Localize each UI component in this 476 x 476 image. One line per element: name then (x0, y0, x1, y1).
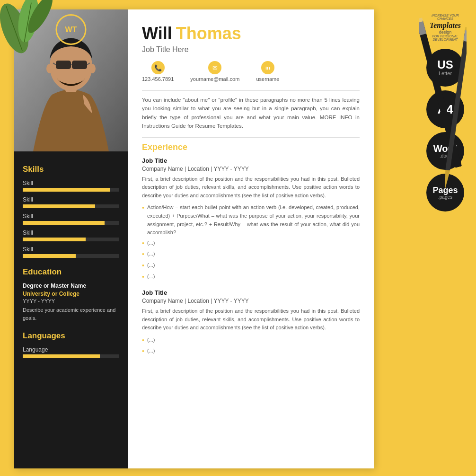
experience-title: Experience (142, 142, 360, 152)
languages-section: Languages Language (23, 331, 119, 358)
skill-label-5: Skill (23, 246, 119, 253)
initials-text: WT (65, 26, 77, 34)
sidebar-content: Skills Skill Skill Skill Skill (14, 151, 128, 372)
education-section: Education Degree or Master Name Universi… (23, 267, 119, 322)
job-desc-2: First, a brief description of the positi… (142, 307, 360, 332)
job-block-2: Job Title Company Name | Location | YYYY… (142, 289, 360, 356)
job-title: Job Title Here (142, 45, 360, 54)
contact-row: 📞 123.456.7891 ✉ yourname@mail.com in us… (142, 61, 360, 82)
name-line: Will Thomas (142, 24, 360, 44)
svg-rect-9 (56, 61, 71, 69)
leaves-decoration (0, 0, 57, 57)
first-name: Will (142, 24, 172, 44)
page-wrapper: WT Skills Skill Skill S (0, 0, 476, 476)
about-text: You can include "about me" or "profile" … (142, 96, 360, 131)
skills-section: Skills Skill Skill Skill Skill (23, 165, 119, 258)
bullet-dot: • (142, 273, 144, 282)
bullet-dot: • (142, 203, 144, 237)
edu-desc: Describe your academic experience and go… (23, 306, 119, 322)
skill-item-3: Skill (23, 213, 119, 225)
skill-label-4: Skill (23, 229, 119, 236)
edu-years: YYYY - YYYY (23, 298, 119, 304)
svg-marker-21 (443, 170, 450, 189)
svg-point-14 (46, 64, 53, 73)
skill-label-1: Skill (23, 180, 119, 186)
divider-1 (142, 90, 360, 91)
bullet-text-6: (...) (147, 347, 155, 356)
bullet-2-2: • (...) (142, 347, 360, 356)
header-area: Will Thomas Job Title Here (142, 24, 360, 54)
phone-icon: 📞 (151, 61, 165, 74)
bullet-dot: • (142, 336, 144, 345)
phone-text: 123.456.7891 (142, 76, 174, 82)
main-content: Will Thomas Job Title Here 📞 123.456.789… (128, 9, 374, 468)
experience-section: Experience Job Title Company Name | Loca… (142, 142, 360, 357)
bullet-dot: • (142, 239, 144, 248)
bullet-dot: • (142, 347, 144, 356)
right-panel: INCREASE YOUR CHANCES Templates design F… (422, 9, 469, 212)
bullet-text-5: (...) (147, 336, 155, 345)
svg-marker-17 (456, 166, 467, 186)
email-icon: ✉ (208, 61, 221, 74)
svg-rect-10 (72, 61, 87, 69)
skill-item-1: Skill (23, 180, 119, 192)
education-title: Education (23, 267, 119, 277)
job-title-2: Job Title (142, 289, 360, 296)
bullet-1-1: • (...) (142, 239, 360, 248)
bullet-text-2: (...) (147, 250, 155, 259)
job-title-1: Job Title (142, 157, 360, 164)
email-text: yourname@mail.com (190, 76, 239, 82)
divider-2 (142, 137, 360, 138)
job-desc-1: First, a brief description of the positi… (142, 175, 360, 200)
bullet-1-2: • (...) (142, 250, 360, 259)
bullet-dot: • (142, 261, 144, 271)
bullet-text-4: (...) (147, 273, 155, 282)
resume-paper: WT Skills Skill Skill S (14, 9, 374, 468)
bullet-2-1: • (...) (142, 336, 360, 345)
skill-item-2: Skill (23, 196, 119, 208)
language-item-1: Language (23, 346, 119, 358)
bullet-1-3: • (...) (142, 261, 360, 271)
skills-title: Skills (23, 165, 119, 174)
company-line-2: Company Name | Location | YYYY - YYYY (142, 298, 360, 304)
bullet-dot: • (142, 250, 144, 259)
job-block-1: Job Title Company Name | Location | YYYY… (142, 157, 360, 282)
linkedin-icon: in (261, 61, 274, 74)
edu-degree: Degree or Master Name (23, 282, 119, 289)
pencils-decoration (419, 8, 467, 197)
svg-rect-22 (464, 29, 467, 42)
social-text: username (256, 76, 279, 82)
skill-label-3: Skill (23, 213, 119, 220)
edu-school: University or College (23, 291, 119, 297)
language-label-1: Language (23, 346, 119, 353)
last-name: Thomas (176, 24, 241, 44)
skill-item-4: Skill (23, 229, 119, 241)
contact-social: in username (256, 61, 279, 82)
languages-title: Languages (23, 331, 119, 341)
svg-rect-16 (419, 20, 462, 168)
skill-item-5: Skill (23, 246, 119, 258)
contact-email: ✉ yourname@mail.com (190, 61, 239, 82)
svg-point-15 (89, 64, 96, 73)
company-line-1: Company Name | Location | YYYY - YYYY (142, 166, 360, 172)
skill-label-2: Skill (23, 196, 119, 203)
svg-rect-18 (419, 20, 426, 35)
bullet-text-3: (...) (147, 261, 155, 271)
bullet-text-main: Action/How – start each bullet point wit… (147, 203, 360, 237)
sidebar: WT Skills Skill Skill S (14, 9, 128, 468)
bullet-1-4: • (...) (142, 273, 360, 282)
bullet-main-1: • Action/How – start each bullet point w… (142, 203, 360, 237)
initials-badge: WT (56, 14, 87, 45)
contact-phone: 📞 123.456.7891 (142, 61, 174, 82)
bullet-text-1: (...) (147, 239, 155, 248)
